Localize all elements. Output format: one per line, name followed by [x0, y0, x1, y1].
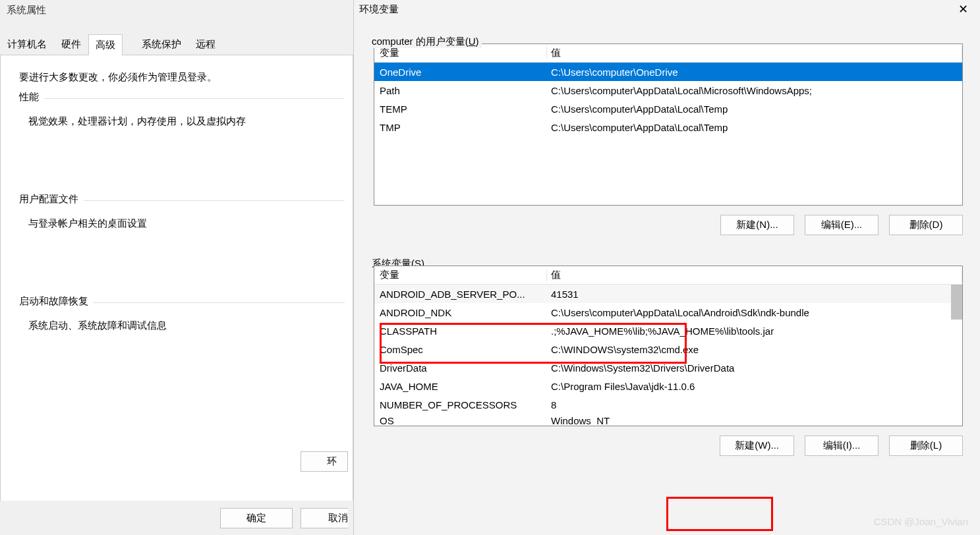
group-desc-startup-recovery: 系统启动、系统故障和调试信息 — [28, 320, 345, 332]
list-item[interactable]: OneDrive C:\Users\computer\OneDrive — [374, 63, 962, 81]
cancel-button[interactable]: 取消 — [301, 508, 348, 528]
system-properties-window: 系统属性 计算机名 硬件 高级 系统保护 远程 要进行大多数更改，你必须作为管理… — [0, 0, 353, 535]
tab-hardware[interactable]: 硬件 — [54, 34, 88, 55]
close-icon[interactable]: ✕ — [951, 3, 975, 15]
tab-body-advanced: 要进行大多数更改，你必须作为管理员登录。 性能 视觉效果，处理器计划，内存使用，… — [0, 55, 353, 510]
user-vars-label: computer 的用户变量(U) — [372, 36, 482, 48]
col-variable[interactable]: 变量 — [374, 47, 547, 59]
tab-remote[interactable]: 远程 — [188, 34, 223, 55]
list-item[interactable]: ANDROID_NDK C:\Users\computer\AppData\Lo… — [374, 303, 962, 322]
user-vars-buttons: 新建(N)... 编辑(E)... 删除(D) — [374, 215, 963, 246]
list-header: 变量 值 — [374, 266, 962, 285]
system-vars-list[interactable]: 变量 值 ANDROID_ADB_SERVER_PO... 41531 ANDR… — [374, 266, 963, 426]
tabs: 计算机名 硬件 高级 系统保护 远程 — [0, 34, 353, 55]
list-item[interactable]: DriverData C:\Windows\System32\Drivers\D… — [374, 358, 962, 377]
tab-system-protection[interactable]: 系统保护 — [134, 34, 188, 55]
col-variable[interactable]: 变量 — [374, 269, 547, 281]
system-edit-button[interactable]: 编辑(I)... — [805, 436, 879, 456]
list-item[interactable]: ANDROID_ADB_SERVER_PO... 41531 — [374, 285, 962, 303]
system-delete-button[interactable]: 删除(L) — [889, 436, 963, 456]
list-item[interactable]: Path C:\Users\computer\AppData\Local\Mic… — [374, 81, 962, 99]
window-title: 系统属性 — [0, 0, 353, 20]
list-item[interactable]: ComSpec C:\WINDOWS\system32\cmd.exe — [374, 340, 962, 358]
group-title-startup-recovery: 启动和故障恢复 — [19, 295, 94, 308]
col-value[interactable]: 值 — [547, 269, 962, 281]
env-title: 环境变量 — [359, 3, 399, 16]
list-item[interactable]: NUMBER_OF_PROCESSORS 8 — [374, 395, 962, 414]
system-vars-buttons: 新建(W)... 编辑(I)... 删除(L) — [374, 436, 963, 456]
sysprop-bottom-buttons: 确定 取消 — [0, 501, 353, 535]
group-title-performance: 性能 — [19, 91, 44, 103]
system-vars-fieldset: 系统变量(S) 变量 值 ANDROID_ADB_SERVER_PO... 41… — [374, 266, 963, 456]
group-startup-recovery: 启动和故障恢复 系统启动、系统故障和调试信息 — [19, 302, 345, 332]
col-value[interactable]: 值 — [547, 47, 962, 59]
user-edit-button[interactable]: 编辑(E)... — [805, 215, 879, 235]
list-item[interactable]: OS Windows_NT — [374, 414, 962, 426]
ok-button[interactable]: 确定 — [220, 508, 293, 528]
list-item[interactable]: TMP C:\Users\computer\AppData\Local\Temp — [374, 118, 962, 136]
list-item[interactable]: JAVA_HOME C:\Program Files\Java\jdk-11.0… — [374, 377, 962, 395]
tab-advanced[interactable]: 高级 — [88, 34, 123, 55]
tab-computer-name[interactable]: 计算机名 — [0, 34, 54, 55]
group-desc-performance: 视觉效果，处理器计划，内存使用，以及虚拟内存 — [28, 115, 345, 128]
user-vars-list[interactable]: 变量 值 OneDrive C:\Users\computer\OneDrive… — [374, 43, 963, 206]
user-delete-button[interactable]: 删除(D) — [889, 215, 963, 235]
env-titlebar: 环境变量 ✕ — [354, 0, 980, 18]
group-user-profile: 用户配置文件 与登录帐户相关的桌面设置 — [19, 200, 345, 230]
list-item[interactable]: TEMP C:\Users\computer\AppData\Local\Tem… — [374, 99, 962, 118]
group-performance: 性能 视觉效果，处理器计划，内存使用，以及虚拟内存 — [19, 98, 345, 128]
env-vars-dialog: 环境变量 ✕ computer 的用户变量(U) 变量 值 OneDrive C… — [353, 0, 980, 535]
admin-intro: 要进行大多数更改，你必须作为管理员登录。 — [19, 71, 349, 84]
group-title-user-profile: 用户配置文件 — [19, 193, 84, 206]
user-new-button[interactable]: 新建(N)... — [720, 215, 794, 235]
system-new-button[interactable]: 新建(W)... — [720, 436, 794, 456]
user-vars-fieldset: computer 的用户变量(U) 变量 值 OneDrive C:\Users… — [374, 43, 963, 246]
scrollbar-thumb[interactable] — [951, 285, 962, 320]
group-desc-user-profile: 与登录帐户相关的桌面设置 — [28, 217, 345, 230]
list-item[interactable]: CLASSPATH .;%JAVA_HOME%\lib;%JAVA_HOME%\… — [374, 322, 962, 340]
env-vars-button[interactable]: 环 — [301, 451, 348, 472]
